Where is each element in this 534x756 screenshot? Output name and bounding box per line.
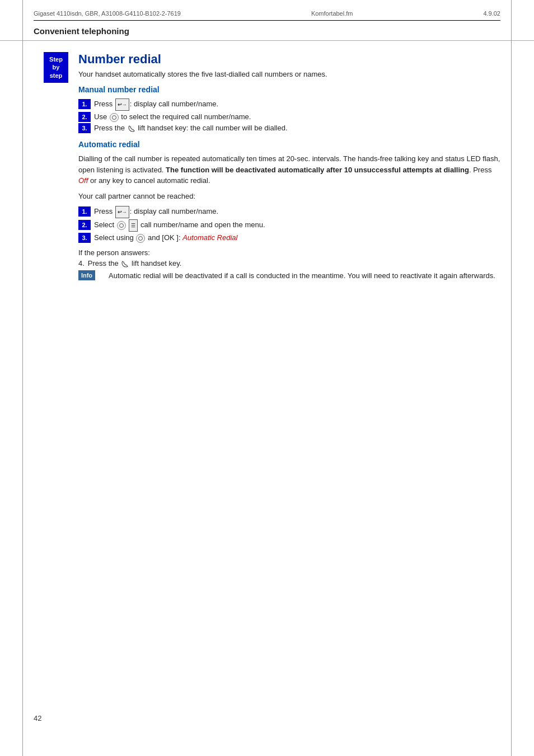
if-person-text: If the person answers: xyxy=(78,248,500,257)
auto-step-num-1: 1. xyxy=(78,206,91,217)
redial-icon-1: ↩→ xyxy=(115,98,129,111)
page-number: 42 xyxy=(34,714,41,722)
step-text-2: Use to select the required call number/n… xyxy=(94,112,251,122)
content-area: Number redial Your handset automatically… xyxy=(78,52,500,288)
handset-icon-2 xyxy=(121,260,129,268)
sidebar: Step by step xyxy=(34,52,78,288)
manual-step-3: 3. Press the lift handset key: the call … xyxy=(78,123,500,133)
info-badge: Info xyxy=(78,270,95,280)
auto-step-text-3: Select using and [OK ]: Automatic Redial xyxy=(94,233,237,243)
right-margin-rule xyxy=(511,0,512,756)
nav-icon-3 xyxy=(136,234,145,243)
auto-step-text-1: Press ↩→: display call number/name. xyxy=(94,206,218,218)
manual-heading: Manual number redial xyxy=(78,85,500,94)
redial-icon-2: ↩→ xyxy=(115,206,129,218)
nav-icon-1 xyxy=(110,113,119,122)
header-date: 4.9.02 xyxy=(483,10,500,17)
auto-step-text-2: Select ☰ call number/name and open the m… xyxy=(94,219,265,232)
automatic-heading: Automatic redial xyxy=(78,140,500,149)
manual-section: Manual number redial 1. Press ↩→: displa… xyxy=(78,85,500,133)
automatic-body: Dialling of the call number is repeated … xyxy=(78,153,500,186)
cannot-reach-text: Your call partner cannot be reached: xyxy=(78,191,500,202)
step-text-3: Press the lift handset key: the call num… xyxy=(94,123,288,133)
main-content: Step by step Number redial Your handset … xyxy=(0,52,534,288)
automatic-section: Automatic redial Dialling of the call nu… xyxy=(78,140,500,281)
step-num-3: 3. xyxy=(78,123,91,133)
page-header: Gigaset 4110isdn, GBR, A31008-G4110-B102… xyxy=(0,0,534,20)
step-text-1: Press ↩→: display call number/name. xyxy=(94,98,218,111)
info-badge-wrap: Info xyxy=(78,270,104,280)
manual-steps: 1. Press ↩→: display call number/name. 2… xyxy=(78,98,500,133)
step-4: 4. Press the lift handset key. xyxy=(78,259,500,268)
nav-icon-2 xyxy=(117,221,126,230)
auto-step-num-2: 2. xyxy=(78,220,91,230)
manual-step-2: 2. Use to select the required call numbe… xyxy=(78,112,500,122)
auto-step-2: 2. Select ☰ call number/name and open th… xyxy=(78,219,500,232)
handset-icon-1 xyxy=(128,125,135,133)
step-text-4: Press the lift handset key. xyxy=(88,259,182,268)
main-title: Number redial xyxy=(78,52,500,67)
header-left: Gigaset 4110isdn, GBR, A31008-G4110-B102… xyxy=(34,10,181,17)
header-product: Gigaset 4110isdn, GBR, A31008-G4110-B102… xyxy=(34,10,181,17)
off-link: Off xyxy=(78,176,88,185)
step-num-4: 4. xyxy=(78,259,85,267)
step-num-1: 1. xyxy=(78,99,91,109)
menu-icon: ☰ xyxy=(129,219,138,232)
step-badge: Step by step xyxy=(44,52,68,83)
info-text: Automatic redial will be deactivated if … xyxy=(109,270,495,281)
left-margin-rule xyxy=(22,0,23,756)
auto-step-num-3: 3. xyxy=(78,233,91,243)
automatic-redial-link: Automatic Redial xyxy=(182,233,237,242)
manual-step-1: 1. Press ↩→: display call number/name. xyxy=(78,98,500,111)
page: Gigaset 4110isdn, GBR, A31008-G4110-B102… xyxy=(0,0,534,756)
auto-steps: 1. Press ↩→: display call number/name. 2… xyxy=(78,206,500,243)
intro-text: Your handset automatically stores the fi… xyxy=(78,70,500,78)
auto-step-3: 3. Select using and [OK ]: Automatic Red… xyxy=(78,233,500,243)
header-filename: Komfortabel.fm xyxy=(311,10,353,17)
step-num-2: 2. xyxy=(78,112,91,122)
auto-step-1: 1. Press ↩→: display call number/name. xyxy=(78,206,500,218)
info-section: Info Automatic redial will be deactivate… xyxy=(78,270,500,281)
section-heading: Convenient telephoning xyxy=(0,21,534,41)
